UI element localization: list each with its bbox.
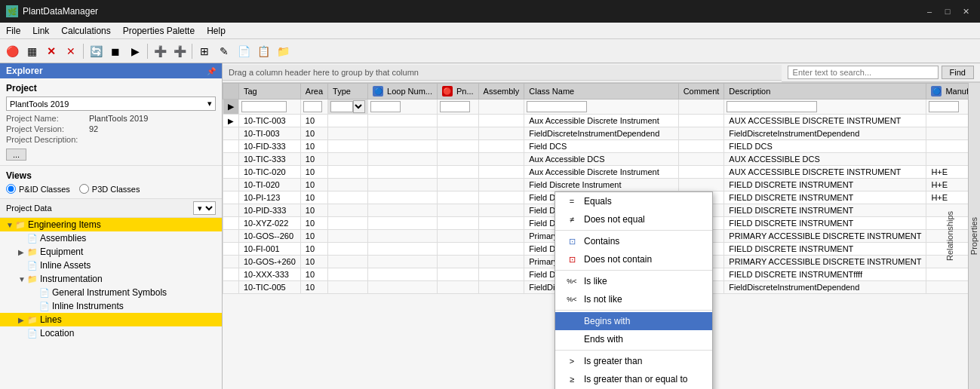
filter-type-select[interactable]: ▾ [353, 100, 365, 113]
cell-assembly [478, 191, 524, 204]
table-row[interactable]: 10-TI-02010Field Discrete InstrumentFIEL… [223, 179, 969, 191]
filter-type[interactable]: ▾ [328, 100, 368, 115]
col-assembly[interactable]: Assembly [478, 84, 524, 100]
filter-classname[interactable] [524, 100, 678, 115]
table-row[interactable]: 10-FID-33310Field DCSFIELD DCS [223, 140, 969, 153]
filter-manufact-input[interactable] [929, 101, 959, 112]
menu-properties-palette[interactable]: Properties Palette [117, 24, 201, 38]
tb-btn-grid[interactable]: ⊞ [195, 42, 214, 60]
tree-item-equipment[interactable]: ▶ 📁 Equipment [0, 245, 222, 259]
menu-link[interactable]: Link [26, 24, 55, 38]
project-desc-button[interactable]: ... [6, 149, 26, 161]
tb-btn-2[interactable]: ▦ [23, 42, 41, 60]
pid-radio[interactable] [6, 184, 16, 194]
col-tag[interactable]: Tag [239, 84, 301, 100]
tb-btn-refresh[interactable]: 🔄 [87, 42, 105, 60]
p3d-radio-label[interactable]: P3D Classes [79, 184, 140, 194]
filter-assembly[interactable] [478, 100, 524, 115]
pin-icon[interactable]: 📌 [207, 67, 216, 75]
cell-description: AUX ACCESSIBLE DISCRETE INSTRUMENT [724, 166, 926, 179]
title-bar: 🌿 PlantDataManager – □ ✕ [0, 0, 980, 23]
properties-tab[interactable]: Properties [969, 214, 978, 258]
filter-is-like[interactable]: %< Is like [555, 272, 712, 290]
minimize-button[interactable]: – [921, 4, 938, 19]
filter-begins-with[interactable]: Begins with [555, 312, 712, 330]
cell-area: 10 [300, 268, 327, 281]
filter-manufact[interactable] [926, 100, 968, 115]
close-button[interactable]: ✕ [957, 4, 974, 19]
table-row[interactable]: 10-TIC-02010Aux Accessible Discrete Inst… [223, 166, 969, 179]
tb-btn-folder[interactable]: 📁 [274, 42, 292, 60]
tree-item-inline-instruments[interactable]: 📄 Inline Instruments [0, 299, 222, 313]
col-pn[interactable]: 🔴Pn... [437, 84, 478, 100]
tb-btn-add1[interactable]: ➕ [151, 42, 169, 60]
window-controls[interactable]: – □ ✕ [921, 4, 974, 19]
tree-item-location[interactable]: 📄 Location [0, 326, 222, 340]
col-loop[interactable]: 🔵Loop Num... [368, 84, 438, 100]
filter-pn[interactable] [437, 100, 478, 115]
col-manufact[interactable]: 🔵Manufact [926, 84, 968, 100]
filter-comment[interactable] [678, 100, 724, 115]
filter-type-input[interactable] [330, 101, 353, 112]
tb-btn-6[interactable]: ▶ [126, 42, 144, 60]
properties-sidebar[interactable]: Properties Relationships [968, 83, 980, 389]
tree-item-lines[interactable]: ▶ 📁 Lines [0, 313, 222, 326]
cell-tag: 10-TIC-020 [239, 166, 301, 179]
col-classname[interactable]: Class Name [524, 84, 678, 100]
filter-pn-input[interactable] [440, 101, 470, 112]
tb-btn-clipboard[interactable]: 📋 [254, 42, 272, 60]
filter-description-input[interactable] [727, 101, 817, 112]
menu-file[interactable]: File [0, 24, 26, 38]
filter-classname-input[interactable] [527, 101, 587, 112]
filter-tag-input[interactable] [241, 101, 287, 112]
filter-loop-input[interactable] [370, 101, 401, 112]
tree-item-assemblies[interactable]: 📄 Assemblies [0, 231, 222, 245]
maximize-button[interactable]: □ [939, 4, 956, 19]
tb-btn-add2[interactable]: ➕ [171, 42, 189, 60]
p3d-radio[interactable] [79, 184, 89, 194]
project-dropdown[interactable]: PlantTools 2019 ▾ [6, 96, 216, 111]
tree-item-engineering[interactable]: ▼ 📁 Engineering Items [0, 218, 222, 231]
filter-description[interactable] [724, 100, 926, 115]
tree-item-instrumentation[interactable]: ▼ 📁 Instrumentation [0, 272, 222, 286]
table-row[interactable]: 10-TI-00310FieldDiscreteInstrumentDepend… [223, 127, 969, 140]
relationships-tab[interactable]: Relationships [945, 208, 954, 264]
tb-btn-5[interactable]: ◼ [106, 42, 124, 60]
filter-not-equal[interactable]: ≠ Does not equal [555, 210, 712, 228]
pid-radio-label[interactable]: P&ID Classes [6, 184, 70, 194]
col-description[interactable]: Description [724, 84, 926, 100]
filter-area[interactable] [300, 100, 327, 115]
col-type[interactable]: Type [328, 84, 368, 100]
table-row[interactable]: 10-TIC-33310Aux Accessible DCSAUX ACCESS… [223, 153, 969, 166]
menu-calculations[interactable]: Calculations [55, 24, 116, 38]
cell-tag: 10-TI-020 [239, 179, 301, 191]
tb-btn-delete[interactable]: ✕ [42, 42, 60, 60]
tb-btn-1[interactable]: 🔴 [3, 42, 21, 60]
tb-btn-doc[interactable]: 📄 [235, 42, 253, 60]
menu-help[interactable]: Help [201, 24, 232, 38]
filter-tag[interactable] [239, 100, 301, 115]
filter-greater-than[interactable]: > Is greater than [555, 352, 712, 370]
tree-item-general-instruments[interactable]: 📄 General Instrument Symbols [0, 286, 222, 299]
filter-ends-with[interactable]: Ends with [555, 330, 712, 348]
filter-equals[interactable]: = Equals [555, 192, 712, 210]
tb-btn-close[interactable]: ✕ [62, 42, 80, 60]
filter-area-input[interactable] [303, 101, 322, 112]
filter-contains[interactable]: ⊡ Contains [555, 232, 712, 250]
find-button[interactable]: Find [942, 66, 974, 79]
filter-not-like[interactable]: %< Is not like [555, 290, 712, 308]
cell-description: FIELD DISCRETE INSTRUMENT [724, 191, 926, 204]
tree-dropdown[interactable]: ▾ [193, 201, 216, 215]
col-comment[interactable]: Comment [678, 84, 724, 100]
filter-not-contain[interactable]: ⊡ Does not contain [555, 250, 712, 268]
tb-btn-edit[interactable]: ✎ [215, 42, 233, 60]
cell-type [328, 153, 368, 166]
filter-loop[interactable] [368, 100, 438, 115]
table-row[interactable]: ▶10-TIC-00310Aux Accessible Discrete Ins… [223, 115, 969, 127]
filter-greater-equal[interactable]: ≥ Is greater than or equal to [555, 370, 712, 388]
col-area[interactable]: Area [300, 84, 327, 100]
cell-classname: Aux Accessible DCS [524, 153, 678, 166]
search-input[interactable] [788, 66, 939, 79]
equals-icon: = [566, 197, 578, 206]
tree-item-inline[interactable]: 📄 Inline Assets [0, 259, 222, 272]
